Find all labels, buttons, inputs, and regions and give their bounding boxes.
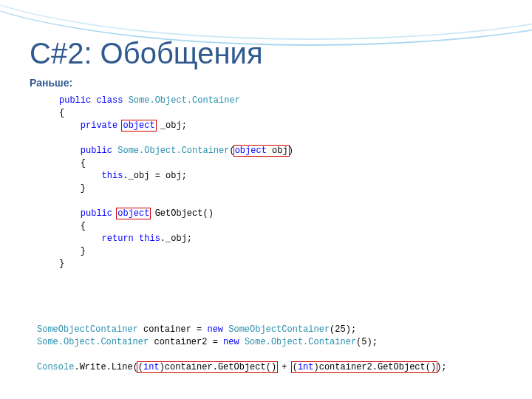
code-block-usage: SomeObjectContainer container = new Some… <box>37 324 447 374</box>
highlight-object-return: object <box>116 208 151 219</box>
field-obj: _obj <box>160 120 182 131</box>
var-container: container <box>143 324 191 335</box>
decorative-swoosh <box>0 0 532 40</box>
kw-public: public <box>59 95 91 106</box>
brace: { <box>59 108 64 118</box>
kw-return: return <box>102 233 134 244</box>
kw-public: public <box>81 146 112 156</box>
type-container: Some.Object.Container <box>37 337 149 347</box>
method-getobject: GetObject <box>155 208 203 219</box>
slide-subtitle: Раньше: <box>30 77 72 89</box>
kw-public: public <box>81 208 112 219</box>
kw-private: private <box>81 120 117 131</box>
kw-this: this <box>102 171 123 181</box>
type-container: SomeObjectContainer <box>37 324 138 335</box>
type-container2: Some.Object.Container <box>117 146 229 156</box>
highlight-cast-2: (int)container2.GetObject() <box>291 361 437 373</box>
brace: } <box>81 183 86 194</box>
brace: { <box>81 158 86 168</box>
var-container2: container2 <box>154 337 207 347</box>
type-console: Console <box>37 362 74 372</box>
highlight-object-field: object <box>121 120 156 132</box>
brace: { <box>81 221 86 231</box>
kw-class: class <box>96 95 123 106</box>
brace: } <box>59 259 64 269</box>
kw-new: new <box>207 324 223 335</box>
kw-new: new <box>223 337 239 347</box>
kw-this: this <box>139 233 160 244</box>
method-writeline: Write.Line <box>80 362 133 372</box>
highlight-cast-1: (int)container.GetObject() <box>137 361 278 373</box>
type-container: Some.Object.Container <box>129 95 240 106</box>
plus-op: + <box>276 362 293 372</box>
highlight-object-param: object obj <box>233 145 290 157</box>
assign-stmt: ._obj = obj; <box>123 171 186 181</box>
return-stmt: ._obj; <box>160 233 192 244</box>
slide-title: C#2: Обобщения <box>30 37 263 70</box>
code-block-class: public class Some.Object.Container { pri… <box>59 95 293 270</box>
brace: } <box>81 246 86 256</box>
